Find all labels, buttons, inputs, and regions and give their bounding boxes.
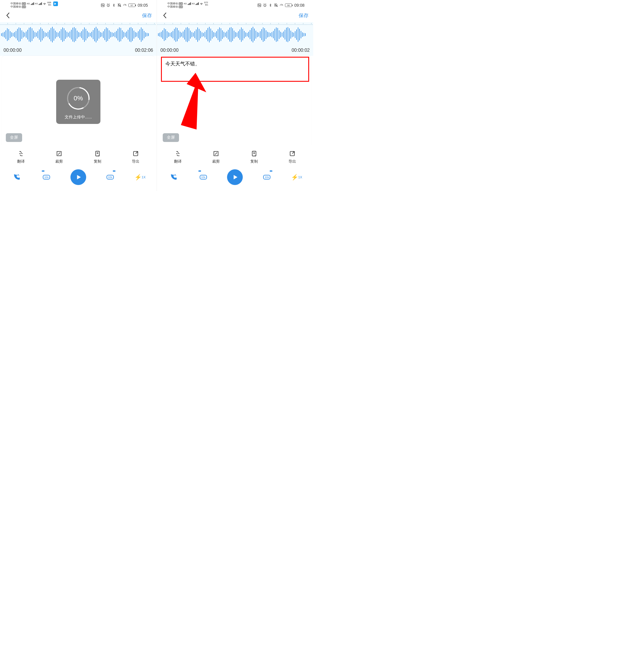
export-button[interactable]: 导出 [132, 150, 139, 164]
nav-bar: 保存 [157, 9, 313, 22]
forward-icon: ▶▶ [270, 170, 272, 172]
time-start: 00:00:00 [3, 48, 22, 53]
save-button[interactable]: 保存 [299, 12, 308, 19]
net-type: 4G [27, 2, 30, 5]
forward-icon: ▶▶ [113, 170, 115, 172]
action-bar: 翻译 裁剪 复制 导出 [0, 146, 157, 167]
progress-percent: 0% [65, 85, 92, 112]
translate-icon [18, 150, 24, 157]
signal-icon-2 [39, 2, 42, 5]
alarm-icon [106, 3, 110, 7]
export-icon [132, 150, 139, 157]
export-icon [289, 150, 296, 157]
net-type-2: 4G [192, 2, 195, 5]
crop-icon [55, 150, 63, 157]
action-bar: 翻译 裁剪 复制 导出 [157, 146, 313, 167]
time-end: 00:02:06 [135, 48, 153, 53]
upload-modal: 0% 文件上传中...... [56, 80, 100, 124]
waveform[interactable] [157, 25, 313, 44]
crop-button[interactable]: 裁剪 [212, 150, 220, 164]
signal-icon [31, 2, 34, 5]
rewind-icon: ◀◀ [41, 170, 44, 172]
play-button[interactable] [227, 169, 243, 185]
status-bar: 中国移动 HD 4G 4G 606B/s 中国移动 HD [0, 0, 157, 9]
progress-ring: 0% [65, 85, 92, 112]
nfc-icon [257, 3, 261, 7]
call-button[interactable] [168, 171, 179, 183]
rewind-icon: ◀◀ [198, 170, 200, 172]
forward-10s-button[interactable]: ▶▶10s [261, 171, 273, 183]
alarm-icon [263, 3, 267, 7]
net-type-2: 4G [35, 2, 38, 5]
content-card: 今天天气不错。 全屏 [159, 56, 311, 146]
content-card: 0% 文件上传中...... 全屏 [2, 56, 155, 146]
time-display: 00:00:00 00:02:06 [0, 44, 157, 56]
call-button[interactable] [11, 171, 22, 183]
crop-icon [212, 150, 219, 157]
wifi-icon [200, 2, 203, 5]
play-button[interactable] [70, 169, 86, 185]
svg-marker-9 [178, 72, 207, 130]
back-button[interactable] [5, 12, 11, 19]
clock: 09:08 [294, 3, 304, 7]
translate-button[interactable]: 翻译 [174, 150, 182, 164]
mute-icon [274, 3, 278, 7]
carrier-label-2: 中国移动 [10, 5, 21, 9]
battery-indicator: 96 [285, 3, 292, 7]
wifi-icon [43, 2, 46, 5]
bolt-icon: ⚡ [135, 174, 142, 181]
time-start: 00:00:00 [160, 48, 179, 53]
nfc-icon [101, 3, 105, 7]
bluetooth-icon [112, 3, 116, 7]
copy-button[interactable]: 复制 [250, 150, 258, 164]
mute-icon [117, 3, 121, 7]
fullscreen-button[interactable]: 全屏 [6, 133, 22, 142]
rewind-10s-button[interactable]: ◀◀10s [41, 171, 52, 183]
annotation-arrow-icon [169, 72, 207, 130]
timeline-ruler[interactable] [0, 22, 157, 25]
speed-button[interactable]: ⚡1X [134, 171, 146, 183]
crop-button[interactable]: 裁剪 [55, 150, 63, 164]
rewind-10s-button[interactable]: ◀◀10s [198, 171, 209, 183]
translate-icon [175, 150, 181, 157]
player-bar: ◀◀10s ▶▶10s ⚡1X [0, 167, 157, 191]
signal-icon-2 [195, 2, 199, 5]
copy-button[interactable]: 复制 [94, 150, 101, 164]
hd-badge-2: HD [179, 5, 183, 8]
forward-10s-button[interactable]: ▶▶10s [104, 171, 116, 183]
speed-icon [123, 3, 127, 7]
time-end: 00:00:02 [292, 48, 310, 53]
timeline-ruler[interactable] [157, 22, 313, 25]
net-type: 4G [184, 2, 187, 5]
speed-icon [279, 3, 283, 7]
fullscreen-button[interactable]: 全屏 [163, 133, 179, 142]
save-button[interactable]: 保存 [142, 12, 152, 19]
hd-badge-2: HD [22, 5, 26, 8]
nav-bar: 保存 [0, 9, 157, 22]
copy-icon [251, 150, 258, 157]
battery-indicator: 97 [129, 3, 135, 7]
app-badge-icon [53, 1, 58, 6]
bluetooth-icon [269, 3, 273, 7]
signal-icon [188, 2, 191, 5]
back-button[interactable] [162, 12, 168, 19]
copy-icon [94, 150, 101, 157]
carrier-label-2: 中国移动 [167, 5, 178, 9]
hd-badge: HD [179, 2, 183, 5]
clock: 09:05 [138, 3, 148, 7]
waveform[interactable] [0, 25, 157, 44]
speed-button[interactable]: ⚡1X [291, 171, 302, 183]
player-bar: ◀◀10s ▶▶10s ⚡1X [157, 167, 313, 191]
transcript-text: 今天天气不错。 [165, 61, 200, 67]
hd-badge: HD [22, 2, 26, 5]
upload-text: 文件上传中...... [59, 115, 97, 120]
export-button[interactable]: 导出 [288, 150, 296, 164]
time-display: 00:00:00 00:00:02 [157, 44, 313, 56]
bolt-icon: ⚡ [291, 174, 298, 181]
status-bar: 中国移动 HD 4G 4G 872B/s 中国移动 HD [157, 0, 313, 9]
translate-button[interactable]: 翻译 [17, 150, 25, 164]
